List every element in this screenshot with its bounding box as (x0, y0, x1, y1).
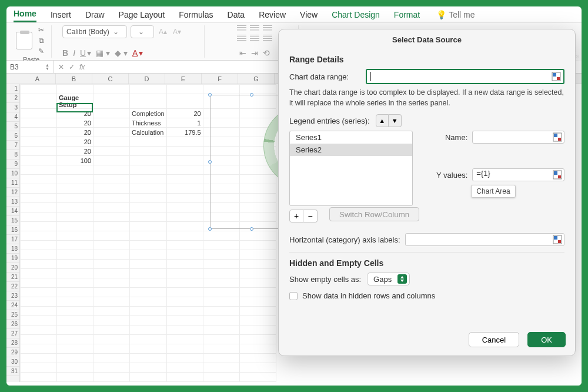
cell[interactable]: 20 (57, 137, 93, 147)
move-down-button[interactable]: ▼ (389, 114, 402, 127)
row-header[interactable]: 12 (6, 188, 19, 197)
row-header[interactable]: 29 (6, 348, 19, 357)
range-selector-icon[interactable] (553, 132, 562, 142)
empty-cells-select[interactable]: Gaps (367, 273, 410, 285)
copy-icon[interactable]: ⧉ (36, 36, 46, 45)
row-header[interactable]: 26 (6, 320, 19, 329)
resize-handle[interactable] (250, 93, 253, 97)
remove-series-button[interactable]: − (303, 210, 318, 222)
show-hidden-checkbox[interactable]: Show data in hidden rows and columns (289, 291, 564, 300)
series-listbox[interactable]: Series1 Series2 (289, 131, 413, 206)
cell[interactable]: 20 (57, 118, 93, 128)
row-header[interactable]: 4 (6, 112, 19, 122)
row-header[interactable]: 20 (6, 263, 19, 273)
font-color-button[interactable]: A ▾ (132, 48, 143, 58)
cancel-formula-icon[interactable]: ✕ (58, 63, 64, 71)
cell[interactable]: Completion (130, 109, 167, 118)
name-box-stepper[interactable]: ▲▼ (45, 64, 49, 71)
row-header[interactable]: 10 (6, 169, 19, 178)
cell[interactable]: 100 (57, 156, 93, 165)
row-header[interactable]: 3 (6, 103, 19, 112)
series-name-input[interactable] (472, 131, 564, 144)
move-up-button[interactable]: ▲ (376, 114, 389, 127)
bold-button[interactable]: B (62, 48, 68, 58)
range-selector-icon[interactable] (553, 235, 562, 244)
ok-button[interactable]: OK (527, 332, 566, 347)
underline-button[interactable]: U ▾ (80, 48, 91, 58)
cell[interactable]: 20 (57, 109, 93, 118)
cell[interactable]: 1 (166, 118, 203, 128)
format-painter-icon[interactable]: ✎ (36, 46, 46, 56)
col-header[interactable]: E (165, 74, 202, 84)
cell[interactable]: Thickness (130, 118, 167, 128)
cell[interactable]: 20 (57, 147, 93, 156)
tab-review[interactable]: Review (259, 8, 286, 22)
cell[interactable]: 20 (57, 128, 93, 137)
row-header[interactable]: 31 (6, 367, 19, 376)
row-header[interactable]: 21 (6, 273, 19, 282)
resize-handle[interactable] (208, 93, 212, 97)
tab-draw[interactable]: Draw (85, 8, 105, 22)
row-header[interactable]: 14 (6, 207, 19, 216)
orientation-icon[interactable]: ⟲ (263, 48, 270, 58)
row-header[interactable]: 22 (6, 282, 19, 291)
font-name-select[interactable]: Calibri (Body)⌄ (62, 25, 127, 38)
tab-home[interactable]: Home (14, 6, 36, 22)
series-item[interactable]: Series2 (290, 144, 412, 156)
cell[interactable]: 20 (166, 109, 203, 118)
resize-handle[interactable] (250, 227, 253, 231)
row-header[interactable]: 5 (6, 122, 19, 131)
row-headers[interactable]: 1234567891011121314151617181920212223242… (6, 84, 20, 382)
axis-labels-input[interactable] (405, 233, 564, 246)
formula-area[interactable]: ✕ ✓ fx (54, 61, 89, 73)
decrease-font-icon[interactable]: A▾ (172, 27, 182, 36)
font-size-select[interactable]: ⌄ (131, 25, 154, 38)
row-header[interactable]: 30 (6, 357, 19, 367)
col-header[interactable]: B (56, 74, 92, 84)
tab-view[interactable]: View (300, 8, 318, 22)
tab-page-layout[interactable]: Page Layout (119, 8, 165, 22)
range-selector-icon[interactable] (552, 72, 561, 81)
resize-handle[interactable] (208, 227, 212, 231)
italic-button[interactable]: I (73, 48, 75, 58)
row-header[interactable]: 13 (6, 197, 19, 207)
fill-color-button[interactable]: ◆ ▾ (115, 48, 128, 58)
paste-icon[interactable] (16, 32, 32, 49)
resize-handle[interactable] (208, 160, 212, 164)
range-selector-icon[interactable] (553, 170, 562, 180)
cell[interactable]: Gauge Setup (57, 94, 93, 109)
col-header[interactable]: G (238, 74, 275, 84)
col-header[interactable]: C (92, 74, 129, 84)
alignment-buttons[interactable] (237, 25, 272, 42)
col-header[interactable]: F (202, 74, 238, 84)
row-header[interactable]: 23 (6, 291, 19, 301)
row-header[interactable]: 16 (6, 225, 19, 235)
row-header[interactable]: 15 (6, 216, 19, 225)
tab-insert[interactable]: Insert (51, 8, 71, 22)
tab-data[interactable]: Data (228, 8, 245, 22)
cancel-button[interactable]: Cancel (469, 332, 519, 347)
row-header[interactable]: 19 (6, 254, 19, 263)
row-header[interactable]: 7 (6, 141, 19, 150)
series-item[interactable]: Series1 (290, 131, 412, 144)
col-header[interactable]: A (19, 74, 56, 84)
tab-formulas[interactable]: Formulas (179, 8, 213, 22)
y-values-input[interactable]: ={1} (472, 168, 564, 181)
row-header[interactable]: 18 (6, 244, 19, 254)
chart-range-input[interactable] (366, 69, 564, 84)
switch-row-column-button[interactable]: Switch Row/Column (329, 207, 419, 221)
tell-me[interactable]: 💡 Tell me (436, 10, 475, 19)
tab-format[interactable]: Format (394, 8, 420, 22)
col-header[interactable]: D (129, 74, 165, 84)
name-box[interactable]: B3 ▲▼ (6, 61, 54, 73)
row-header[interactable]: 11 (6, 178, 19, 188)
cut-icon[interactable]: ✂︎ (36, 25, 46, 35)
cell[interactable]: 179.5 (166, 128, 203, 137)
confirm-formula-icon[interactable]: ✓ (69, 63, 75, 71)
row-header[interactable]: 6 (6, 131, 19, 141)
row-header[interactable]: 2 (6, 94, 19, 103)
border-button[interactable]: ▦ ▾ (96, 48, 110, 58)
cell[interactable]: Calculation (130, 128, 167, 137)
row-header[interactable]: 25 (6, 310, 19, 320)
add-series-button[interactable]: + (289, 210, 303, 222)
